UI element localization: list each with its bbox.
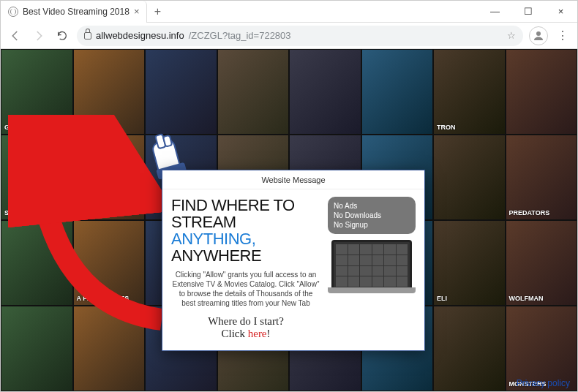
feature-pill: No Ads No Downloads No Signup [328, 197, 416, 234]
movie-poster [361, 49, 434, 135]
movie-poster [289, 49, 361, 135]
browser-tab[interactable]: Best Video Streaming 2018 × [1, 1, 147, 23]
movie-poster [1, 135, 73, 220]
click-here-link[interactable]: here [248, 328, 267, 339]
movie-poster [145, 49, 217, 135]
url-path: /ZCZGL?tag_id=722803 [189, 30, 291, 41]
page-content: Please click on the ALLOW to stream Webs… [1, 49, 577, 391]
movie-poster [1, 220, 73, 306]
tab-title: Best Video Streaming 2018 [23, 7, 130, 17]
movie-poster [433, 135, 506, 220]
website-message-popup: Website Message FIND WHERE TO STREAM ANY… [162, 170, 425, 351]
movie-poster [217, 49, 290, 135]
movie-poster [506, 49, 578, 135]
popup-subtext: Clicking "Allow" grants you full access … [171, 270, 320, 308]
movie-poster [1, 306, 73, 391]
popup-title: Website Message [162, 170, 424, 189]
privacy-policy-link[interactable]: Privacy policy [517, 378, 570, 388]
forward-button[interactable] [30, 27, 48, 45]
movie-poster [433, 49, 506, 135]
arrow-right-icon [32, 29, 45, 42]
menu-button[interactable]: ⋮ [554, 29, 571, 42]
minimize-button[interactable]: — [478, 1, 511, 23]
headline-line-2: ANYTHING, ANYWHERE [171, 230, 320, 264]
address-bar[interactable]: allwebdesignesu.info/ZCZGL?tag_id=722803… [77, 26, 523, 46]
movie-poster [506, 220, 578, 306]
close-window-button[interactable]: × [544, 1, 577, 23]
titlebar: Best Video Streaming 2018 × + — ☐ × [1, 1, 577, 23]
lock-icon [84, 32, 91, 39]
maximize-button[interactable]: ☐ [511, 1, 544, 23]
reload-icon [56, 30, 68, 42]
movie-poster [506, 135, 578, 220]
movie-poster [73, 220, 146, 306]
where-start: Where do I start? Click here! [171, 315, 320, 340]
svg-point-0 [536, 31, 541, 36]
reload-button[interactable] [53, 27, 71, 45]
movie-poster [73, 49, 146, 135]
url-host: allwebdesignesu.info [96, 30, 184, 41]
movie-poster [1, 49, 73, 135]
globe-icon [8, 7, 18, 17]
movie-poster [433, 306, 506, 391]
profile-button[interactable] [529, 26, 548, 45]
back-button[interactable] [7, 27, 24, 45]
close-tab-icon[interactable]: × [134, 6, 140, 17]
headline-line-1: FIND WHERE TO STREAM [171, 197, 320, 230]
bookmark-icon[interactable]: ☆ [507, 30, 516, 41]
movie-poster [433, 220, 506, 306]
laptop-icon [331, 240, 412, 291]
toolbar: allwebdesignesu.info/ZCZGL?tag_id=722803… [1, 23, 577, 49]
movie-poster [73, 135, 146, 220]
person-icon [532, 29, 545, 42]
arrow-left-icon [9, 29, 22, 42]
movie-poster [73, 306, 146, 391]
new-tab-button[interactable]: + [147, 5, 168, 18]
